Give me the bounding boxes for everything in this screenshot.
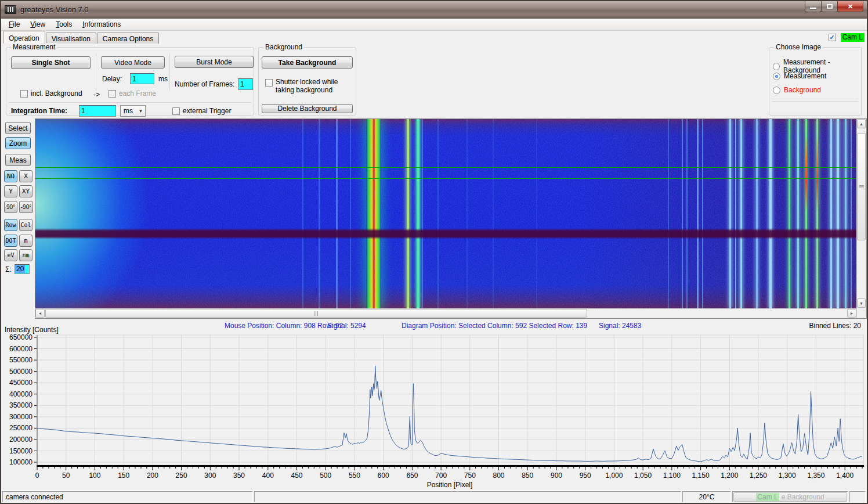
integration-unit-dropdown[interactable]: ms ▼: [120, 105, 146, 117]
external-trigger-checkbox[interactable]: [172, 107, 180, 115]
each-frame-checkbox[interactable]: [108, 90, 116, 98]
background-progress-panel: Cam L e Background: [732, 491, 848, 502]
rotate-ccw-button[interactable]: -90°: [19, 201, 33, 213]
zoom-tool-button[interactable]: Zoom: [5, 137, 31, 149]
video-mode-button[interactable]: Video Mode: [101, 56, 165, 69]
row-mode-button[interactable]: Row: [4, 219, 17, 231]
title-bar: greateyes Vision 7.0 ✕: [1, 1, 867, 19]
shutter-locked-label: Shutter locked while taking background: [276, 78, 338, 94]
flip-y-button[interactable]: Y: [4, 185, 17, 197]
radio-measurement[interactable]: [773, 73, 780, 80]
svg-text:100: 100: [89, 471, 100, 480]
flip-xy-button[interactable]: XY: [19, 185, 32, 197]
svg-text:650000: 650000: [9, 334, 32, 341]
scroll-down-arrow-icon[interactable]: ▼: [857, 298, 866, 308]
radio-measurement-background[interactable]: [773, 63, 780, 70]
scroll-up-arrow-icon[interactable]: ▲: [857, 119, 866, 128]
svg-text:200000: 200000: [9, 435, 32, 444]
svg-text:500: 500: [320, 471, 331, 480]
scroll-right-arrow-icon[interactable]: ►: [847, 309, 856, 318]
radio-measurement-label: Measurement: [784, 72, 826, 80]
ev-unit-button[interactable]: eV: [4, 249, 17, 261]
svg-text:1,200: 1,200: [721, 471, 738, 480]
take-background-disabled-button: Cam L e Background: [733, 492, 847, 502]
integration-time-label: Integration Time:: [11, 107, 67, 115]
connection-status: camera connected: [2, 491, 253, 502]
choose-image-group-label: Choose Image: [774, 43, 823, 51]
svg-text:650: 650: [406, 471, 418, 480]
menu-view[interactable]: View: [25, 19, 50, 30]
menu-file[interactable]: File: [3, 19, 25, 30]
meas-tool-button[interactable]: Meas: [5, 154, 31, 166]
svg-text:800: 800: [493, 471, 504, 480]
maximize-button[interactable]: [821, 1, 838, 12]
binned-lines-readout: Binned Lines: 20: [809, 322, 861, 330]
menu-tools[interactable]: Tools: [50, 19, 77, 30]
incl-background-checkbox[interactable]: [20, 90, 28, 98]
temperature-readout: 20°C: [682, 491, 731, 502]
tab-strip: Operation Visualisation Camera Options ✓…: [1, 31, 867, 44]
integration-time-input[interactable]: [79, 105, 116, 117]
spectral-noise-overlay: [35, 119, 856, 308]
svg-text:600000: 600000: [9, 345, 32, 353]
tab-visualisation[interactable]: Visualisation: [46, 33, 96, 44]
radio-background[interactable]: [773, 87, 780, 94]
intensity-plot: 1000001500002000002500003000003500004000…: [1, 334, 866, 490]
arrow-label: ->: [93, 91, 100, 99]
svg-text:550000: 550000: [9, 356, 32, 364]
svg-text:750: 750: [464, 471, 476, 480]
horizontal-scrollbar[interactable]: ◄ ►: [35, 308, 856, 318]
shutter-locked-checkbox[interactable]: [265, 79, 273, 87]
cam-checkbox[interactable]: ✓: [829, 34, 836, 41]
vertical-scroll-thumb[interactable]: [857, 133, 866, 240]
flip-no-button[interactable]: NO: [4, 170, 17, 182]
binned-lines-input[interactable]: 20: [15, 264, 30, 274]
window-title: greateyes Vision 7.0: [20, 5, 89, 14]
svg-text:1,050: 1,050: [634, 471, 652, 480]
status-bar: camera connected 20°C Cam L e Background: [1, 490, 867, 503]
svg-text:450: 450: [291, 471, 302, 480]
select-tool-button[interactable]: Select: [5, 122, 31, 134]
flip-x-button[interactable]: X: [19, 170, 32, 182]
col-mode-button[interactable]: Col: [19, 219, 32, 231]
menu-bar: File View Tools Informations: [1, 19, 867, 31]
svg-text:500000: 500000: [9, 368, 32, 376]
single-shot-button[interactable]: Single Shot: [11, 56, 91, 69]
svg-text:600: 600: [378, 471, 389, 480]
minimize-button[interactable]: [805, 1, 822, 12]
delay-unit-label: ms: [158, 75, 168, 83]
svg-text:300: 300: [204, 471, 216, 480]
dot-mode-button[interactable]: DOT: [4, 235, 17, 247]
horizontal-scroll-thumb[interactable]: [45, 309, 587, 318]
svg-text:400: 400: [262, 471, 274, 480]
image-toolbar: Select Zoom Meas NO X Y XY 90° -90° Row …: [1, 118, 35, 319]
take-background-button[interactable]: Take Background: [262, 56, 353, 69]
radio-background-label: Background: [784, 86, 821, 94]
svg-text:100000: 100000: [9, 458, 32, 466]
diagram-position-readout: Diagram Position: Selected Column: 592 S…: [402, 322, 587, 330]
svg-text:1,150: 1,150: [692, 471, 710, 480]
svg-text:200: 200: [147, 471, 158, 480]
nm-unit-button[interactable]: nm: [19, 249, 32, 261]
burst-mode-button[interactable]: Burst Mode: [175, 56, 254, 68]
tab-camera-options[interactable]: Camera Options: [97, 33, 159, 44]
delay-input[interactable]: [130, 73, 154, 84]
vertical-scrollbar[interactable]: ▲ ▼: [856, 119, 866, 318]
meter-unit-button[interactable]: m: [19, 235, 32, 247]
svg-text:950: 950: [580, 471, 591, 480]
menu-informations[interactable]: Informations: [77, 19, 126, 30]
svg-text:Position [Pixel]: Position [Pixel]: [427, 481, 473, 489]
number-of-frames-label: Number of Frames:: [175, 80, 234, 88]
scroll-left-arrow-icon[interactable]: ◄: [35, 309, 45, 318]
delete-background-button[interactable]: Delete Background: [262, 104, 353, 113]
number-of-frames-input[interactable]: [238, 78, 253, 90]
svg-text:400000: 400000: [9, 390, 32, 398]
background-group: Background Take Background Shutter locke…: [258, 47, 356, 116]
close-button[interactable]: ✕: [837, 1, 863, 12]
intensity-chart[interactable]: 1000001500002000002500003000003500004000…: [1, 334, 867, 490]
resize-grip[interactable]: [849, 491, 866, 502]
spectral-image[interactable]: [35, 119, 856, 308]
rotate-cw-button[interactable]: 90°: [4, 201, 17, 213]
tab-operation[interactable]: Operation: [3, 31, 45, 44]
chart-status-line: Intensity [Counts] Mouse Position: Colum…: [1, 319, 867, 334]
